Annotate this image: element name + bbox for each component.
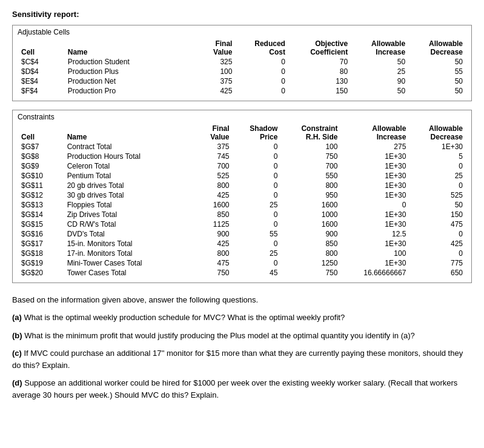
table-row: $E$4Production Net37501309050 xyxy=(18,76,466,86)
con-col-value: FinalValue xyxy=(197,124,233,142)
table-row: $G$20Tower Cases Total7504575016.6666666… xyxy=(18,268,466,278)
table-row: $G$13Floppies Total1600251600050 xyxy=(18,200,466,210)
table-row: $G$1715-in. Monitors Total42508501E+3042… xyxy=(18,239,466,249)
question-item: (a) What is the optimal weekly productio… xyxy=(12,312,472,324)
adjustable-header-row: Cell Name FinalValue ReducedCost Objecti… xyxy=(18,39,466,57)
table-row: $F$4Production Pro42501505050 xyxy=(18,86,466,96)
adj-col-reduced: ReducedCost xyxy=(236,39,288,57)
question-item: (d) Suppose an additional worker could b… xyxy=(12,377,472,401)
con-col-allowable-decrease: AllowableDecrease xyxy=(409,124,466,142)
question-item: (b) What is the minimum profit that woul… xyxy=(12,330,472,342)
table-row: $G$19Mini-Tower Cases Total475012501E+30… xyxy=(18,258,466,268)
question-label: (b) What is the minimum profit that woul… xyxy=(12,331,415,340)
table-row: $G$16DVD's Total9005590012.50 xyxy=(18,229,466,239)
adj-col-name: Name xyxy=(64,39,199,57)
adjustable-section: Adjustable Cells Cell Name FinalValue Re… xyxy=(12,25,472,101)
table-row: $G$1817-in. Monitors Total800258001000 xyxy=(18,249,466,258)
adj-col-objective: ObjectiveCoefficient xyxy=(289,39,351,57)
question-item: (c) If MVC could purchase an additional … xyxy=(12,347,472,371)
table-row: $G$8Production Hours Total74507501E+305 xyxy=(18,152,466,161)
con-col-allowable-increase: AllowableIncrease xyxy=(341,124,409,142)
page-title: Sensitivity report: xyxy=(12,10,472,19)
con-col-name: Name xyxy=(64,124,197,142)
constraints-section: Constraints Cell Name FinalValue ShadowP… xyxy=(12,110,472,283)
table-row: $G$1120 gb drives Total80008001E+300 xyxy=(18,181,466,190)
adj-col-allowable-decrease: AllowableDecrease xyxy=(409,39,466,57)
con-col-rhs: ConstraintR.H. Side xyxy=(281,124,341,142)
questions-intro: Based on the information given above, an… xyxy=(12,295,472,304)
adjustable-label: Adjustable Cells xyxy=(18,28,466,36)
table-row: $D$4Production Plus1000802555 xyxy=(18,67,466,76)
questions-section: Based on the information given above, an… xyxy=(12,295,472,401)
table-row: $G$14Zip Drives Total850010001E+30150 xyxy=(18,210,466,219)
adj-col-value: FinalValue xyxy=(199,39,236,57)
adj-col-cell: Cell xyxy=(18,39,64,57)
con-col-cell: Cell xyxy=(18,124,64,142)
table-row: $G$7Contract Total37501002751E+30 xyxy=(18,142,466,152)
question-label: (d) Suppose an additional worker could b… xyxy=(12,378,457,400)
question-label: (c) If MVC could purchase an additional … xyxy=(12,349,463,370)
adj-col-allowable-increase: AllowableIncrease xyxy=(351,39,409,57)
table-row: $G$15CD R/W's Total1125016001E+30475 xyxy=(18,219,466,229)
table-row: $C$4Production Student3250705050 xyxy=(18,57,466,67)
con-col-shadow: ShadowPrice xyxy=(233,124,282,142)
constraints-table: Cell Name FinalValue ShadowPrice Constra… xyxy=(18,124,466,278)
constraints-label: Constraints xyxy=(18,113,466,121)
table-row: $G$1230 gb drives Total42509501E+30525 xyxy=(18,190,466,200)
table-row: $G$9Celeron Total70007001E+300 xyxy=(18,161,466,171)
questions-list: (a) What is the optimal weekly productio… xyxy=(12,312,472,401)
table-row: $G$10Pentium Total52505501E+3025 xyxy=(18,171,466,181)
constraints-header-row: Cell Name FinalValue ShadowPrice Constra… xyxy=(18,124,466,142)
question-label: (a) What is the optimal weekly productio… xyxy=(12,313,345,322)
adjustable-table: Cell Name FinalValue ReducedCost Objecti… xyxy=(18,39,466,96)
